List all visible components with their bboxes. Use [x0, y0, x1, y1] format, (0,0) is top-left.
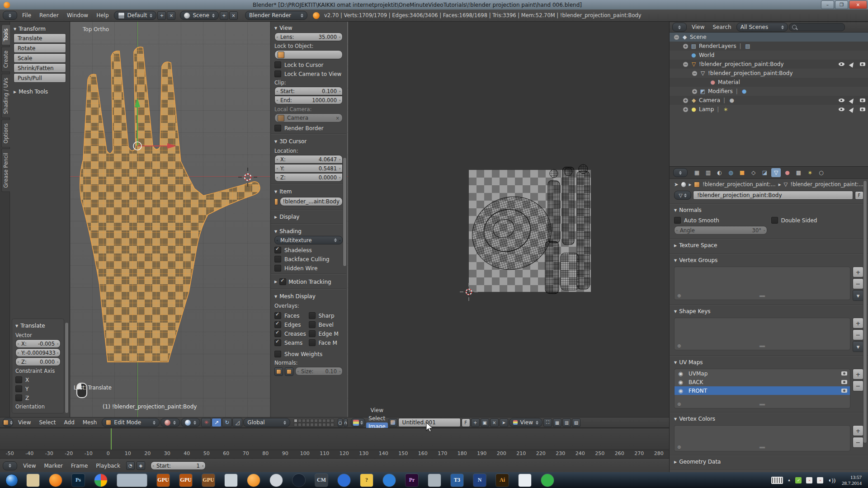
axis-checkbox[interactable]: [15, 394, 22, 401]
taskbar-help-icon[interactable]: ?: [360, 474, 373, 487]
taskbar-explorer-window-button[interactable]: [117, 474, 147, 487]
taskbar-teamspeak-icon[interactable]: T3: [451, 474, 463, 487]
taskbar-cm-icon[interactable]: CM: [315, 474, 328, 487]
outliner-search-field[interactable]: [789, 23, 845, 31]
list-add-icon[interactable]: ⊕: [677, 445, 681, 450]
3d-cursor-section-header[interactable]: ▼ 3D Cursor: [274, 137, 343, 146]
editor-type-selector[interactable]: [351, 418, 365, 427]
visibility-eye-icon[interactable]: [839, 62, 844, 66]
toolshelf-tab[interactable]: Grease Pencil: [1, 149, 10, 192]
pivot-point-selector[interactable]: [181, 418, 200, 427]
remove-shape-key-button[interactable]: −: [853, 329, 863, 340]
shading-section-header[interactable]: ▼ Shading: [274, 227, 343, 236]
overlay-checkbox[interactable]: [309, 321, 316, 328]
renderability-camera-icon[interactable]: [860, 62, 865, 66]
face-normals-toggle[interactable]: [285, 367, 293, 376]
taskbar-browser-icon[interactable]: [338, 474, 350, 487]
editor-type-selector[interactable]: [3, 418, 13, 427]
menu-item[interactable]: Select: [366, 414, 388, 422]
uv-map-row[interactable]: BACK: [675, 378, 850, 386]
toolshelf-tab[interactable]: Shading / UVs: [1, 74, 10, 118]
expand-toggle-icon[interactable]: +: [683, 107, 688, 112]
outliner-row[interactable]: − !blender_projection_paint:Body |: [670, 60, 868, 69]
overlay-checkbox[interactable]: [309, 339, 316, 346]
expand-toggle-icon[interactable]: −: [683, 62, 688, 67]
overlay-checkbox[interactable]: [274, 312, 281, 319]
renderability-camera-icon[interactable]: [860, 99, 865, 102]
geometry-data-header[interactable]: ▶ Geometry Data: [674, 457, 863, 466]
transform-tool-button[interactable]: Rotate: [14, 43, 66, 53]
outliner-row[interactable]: − !blender_projection_paint:Body |: [670, 69, 868, 78]
normals-size-field[interactable]: Size: 0.10: [295, 367, 343, 375]
menu-item[interactable]: Playback: [92, 463, 124, 469]
list-add-icon[interactable]: ⊕: [677, 402, 681, 407]
3d-viewport[interactable]: Top Ortho Last: Translate (1) !blender_p…: [70, 22, 348, 417]
taskbar-chrome-icon[interactable]: [94, 474, 107, 487]
uv-expand-icon[interactable]: ⛶: [543, 418, 552, 427]
vertex-groups-list[interactable]: ⊕ ══: [674, 267, 850, 300]
uv-stretch-icon[interactable]: ▧: [572, 418, 580, 427]
taskbar-notes-icon[interactable]: [428, 474, 441, 487]
overlay-checkbox[interactable]: [274, 330, 281, 337]
menu-item[interactable]: View: [19, 463, 40, 469]
window-titlebar[interactable]: Blender* [D:\PROJEKTIT\KAIKKI omat inter…: [0, 0, 868, 9]
menu-item[interactable]: File: [18, 12, 35, 19]
uv-view-selector[interactable]: View: [509, 418, 542, 427]
vertex-normals-toggle[interactable]: [274, 367, 283, 376]
outliner-row[interactable]: + Modifiers |: [670, 87, 868, 96]
menu-item[interactable]: Mesh: [79, 419, 101, 426]
minimize-button[interactable]: –: [821, 0, 834, 9]
backface-culling-checkbox[interactable]: [274, 256, 281, 263]
open-image-button[interactable]: ▣: [481, 418, 489, 427]
layers-widget[interactable]: [294, 419, 334, 427]
transform-tool-button[interactable]: Push/Pull: [14, 73, 66, 83]
uv-map-row[interactable]: UVMap: [675, 369, 850, 378]
add-vertex-group-button[interactable]: +: [853, 267, 863, 277]
menu-item[interactable]: View: [366, 406, 388, 414]
outliner-row[interactable]: + Lamp |: [670, 105, 868, 114]
list-resize-grip[interactable]: ══: [760, 344, 765, 349]
current-frame-indicator[interactable]: [111, 428, 112, 450]
vertex-groups-header[interactable]: ▼ Vertex Groups: [674, 256, 863, 265]
transform-tool-button[interactable]: Shrink/Fatten: [14, 63, 66, 73]
taskbar-document-icon[interactable]: [519, 474, 531, 487]
maximize-button[interactable]: ❐: [835, 0, 848, 9]
taskbar-gpuz-icon[interactable]: GPU: [157, 474, 170, 487]
overlay-checkbox[interactable]: [274, 339, 281, 346]
shape-key-specials-button[interactable]: ▾: [853, 341, 863, 352]
render-engine-selector[interactable]: Blender Render: [245, 11, 307, 20]
pin-icon[interactable]: ➤: [500, 418, 508, 427]
uv-map-row[interactable]: FRONT: [675, 386, 850, 395]
taskbar-recorder-icon[interactable]: [541, 474, 554, 487]
timeline-ruler[interactable]: -50-40-30-20-100102030405060708090100110…: [0, 450, 669, 458]
editor-type-selector[interactable]: [3, 461, 17, 470]
translate-manipulator-icon[interactable]: ↗: [212, 418, 222, 427]
timeline-canvas[interactable]: [0, 428, 669, 450]
toolshelf-tab[interactable]: Tools: [1, 24, 10, 45]
clip-start-field[interactable]: Start: 0.100: [274, 87, 343, 95]
properties-tab-icon[interactable]: ◍: [726, 168, 736, 177]
menu-item[interactable]: Window: [63, 12, 92, 19]
item-name-field[interactable]: !blender_...aint:Body: [280, 197, 343, 206]
clear-camera-icon[interactable]: ×: [336, 116, 340, 121]
properties-tab-icon[interactable]: ■: [737, 168, 747, 177]
uv-draw-type-icon[interactable]: ▥: [562, 418, 571, 427]
outliner-filter-selector[interactable]: All Scenes: [736, 23, 788, 32]
operator-panel-header[interactable]: ▼ Translate: [15, 321, 61, 330]
expand-toggle-icon[interactable]: −: [674, 35, 679, 40]
selectability-cursor-icon[interactable]: [849, 106, 856, 113]
expand-toggle-icon[interactable]: +: [683, 44, 688, 49]
properties-scrollbar[interactable]: [863, 180, 867, 443]
uv-maps-header[interactable]: ▼ UV Maps: [674, 358, 863, 367]
view-section-header[interactable]: ▼ View: [274, 23, 343, 33]
motion-tracking-checkbox[interactable]: [279, 278, 286, 285]
usb-status-icon[interactable]: ✓: [795, 477, 802, 483]
local-camera-field[interactable]: Camera ×: [274, 113, 343, 122]
close-button[interactable]: ×: [849, 0, 867, 9]
vector-component-field[interactable]: Y: -0.0009433: [15, 348, 61, 357]
visibility-eye-icon[interactable]: [839, 108, 844, 111]
vector-component-field[interactable]: X: -0.005: [15, 339, 61, 348]
cursor-x-field[interactable]: X: 4.0647: [274, 155, 343, 164]
expand-toggle-icon[interactable]: −: [692, 71, 697, 76]
npanel-scrollbar[interactable]: [343, 157, 347, 267]
